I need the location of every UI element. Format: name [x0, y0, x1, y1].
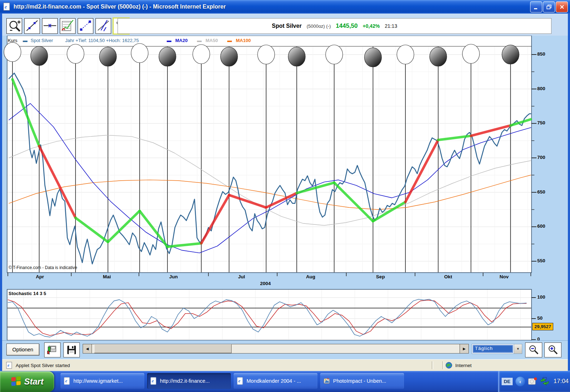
taskbar-clock: 17:04	[554, 378, 569, 385]
stochastic-axis-label: 100	[537, 294, 545, 300]
start-button[interactable]: Start	[0, 371, 54, 392]
y-axis-label: 550	[537, 258, 545, 263]
legend-series-name: Spot Silver	[31, 38, 53, 43]
stochastic-value-badge: 29,9527	[532, 323, 553, 330]
magnifier-minus-icon	[528, 344, 539, 356]
erase-line-tool-icon	[96, 19, 111, 33]
price-change-percent: +0,42%	[363, 23, 380, 29]
trendline-tool-button[interactable]	[24, 18, 40, 34]
taskbar-button-4[interactable]: PhotoImpact - Unben...	[320, 373, 404, 389]
chart-toolbar: Spot Silver (5000oz) (-) 1445,50 +0,42% …	[2, 14, 568, 36]
dropdown-arrow-button[interactable]: ▼	[514, 344, 522, 354]
svg-text:e: e	[65, 378, 67, 383]
month-label-nov: Nov	[499, 274, 509, 279]
indicator-tool-icon	[60, 19, 75, 33]
instrument-name: Spot Silver	[272, 23, 302, 29]
legend-year-range: Jahr +Tief: 1104,50 +Hoch: 1622,75	[65, 38, 139, 43]
zoom-tool-button[interactable]	[6, 18, 22, 34]
month-label-sep: Sep	[376, 274, 385, 279]
indicator-tool-button[interactable]	[60, 18, 76, 34]
scrollbar-track[interactable]	[92, 344, 460, 354]
y-axis-label: 600	[537, 223, 545, 229]
close-button[interactable]	[556, 1, 568, 12]
window-title: http://md2.it-finance.com - Spot Silver …	[14, 4, 226, 10]
ie-window: e http://md2.it-finance.com - Spot Silve…	[0, 0, 570, 392]
title-bar[interactable]: e http://md2.it-finance.com - Spot Silve…	[0, 0, 570, 14]
svg-text:e: e	[7, 363, 10, 368]
tray-update-icon[interactable]	[528, 377, 537, 386]
legend-kurs-label: Kurs	[8, 38, 17, 43]
timeframe-dropdown[interactable]: Täglich ▼	[472, 344, 522, 354]
trendline-tool-icon	[25, 19, 40, 33]
ie-icon: e	[150, 377, 157, 385]
quote-time: 21:13	[385, 23, 397, 29]
floppy-disk-icon	[67, 345, 77, 355]
taskbar-button-label: PhotoImpact - Unben...	[333, 378, 386, 384]
status-bar: e Applet Spot Silver started Internet	[2, 359, 568, 371]
minimize-button[interactable]	[530, 1, 542, 12]
legend-ma100-label: MA100	[236, 38, 251, 43]
scroll-left-arrow[interactable]: ◀	[83, 344, 92, 354]
status-separator	[442, 361, 444, 369]
save-chart-button[interactable]	[44, 342, 61, 357]
measure-tool-icon	[78, 19, 93, 33]
ie-icon: e	[63, 377, 71, 385]
options-button-label: Optionen	[12, 347, 33, 352]
legend-ma50-swatch: ▬	[197, 38, 202, 43]
hide-icons-chevron[interactable]: ‹	[515, 377, 525, 386]
erase-line-tool-button[interactable]	[95, 18, 111, 34]
magnifier-plus-icon	[547, 344, 559, 356]
time-scrollbar: ◀ ▶	[83, 344, 469, 354]
stochastic-axis-label: 50	[537, 315, 543, 321]
scrollbar-thumb[interactable]	[94, 344, 232, 353]
month-label-aug: Aug	[306, 274, 315, 279]
security-zone-label: Internet	[455, 363, 472, 368]
status-separator	[432, 361, 433, 369]
svg-text:e: e	[5, 4, 7, 10]
month-label-jul: Jul	[238, 274, 245, 279]
window-frame-right	[568, 14, 570, 371]
taskbar-button-1[interactable]: ehttp://www.igmarket...	[61, 373, 144, 389]
system-tray: DE ‹ 17:04	[498, 371, 570, 392]
year-label: 2004	[260, 281, 271, 286]
security-zone-pane: Internet	[445, 362, 472, 369]
tray-network-icon[interactable]	[539, 377, 550, 386]
month-label-okt: Okt	[444, 274, 452, 279]
ie-icon: e	[237, 377, 244, 385]
zoom-out-button[interactable]	[525, 342, 542, 357]
photoimpact-icon	[323, 377, 330, 385]
globe-icon	[445, 362, 452, 369]
taskbar-button-3[interactable]: eMondkalender 2004 - ...	[234, 373, 317, 389]
month-label-jun: Jun	[169, 274, 178, 279]
y-axis-label: 750	[537, 120, 545, 125]
taskbar-button-2[interactable]: ehttp://md2.it-finance...	[147, 373, 231, 389]
quote-bar: Spot Silver (5000oz) (-) 1445,50 +0,42% …	[118, 18, 551, 34]
hline-tool-button[interactable]	[42, 18, 58, 34]
y-axis-label: 850	[537, 51, 545, 57]
taskbar: Start ehttp://www.igmarket...ehttp://md2…	[0, 371, 570, 392]
save-image-button[interactable]	[63, 342, 80, 357]
taskbar-button-label: http://www.igmarket...	[73, 378, 123, 384]
measure-tool-button[interactable]	[78, 18, 93, 34]
svg-text:e: e	[238, 378, 240, 383]
ie-document-icon: e	[3, 2, 11, 11]
scroll-right-arrow[interactable]: ▶	[460, 344, 469, 354]
zoom-in-button[interactable]	[544, 342, 561, 357]
options-button[interactable]: Optionen	[6, 344, 39, 355]
contract-label: (5000oz) (-)	[307, 24, 331, 29]
zoom-tool-icon	[7, 19, 22, 33]
chart-canvas[interactable]	[2, 36, 568, 359]
timeframe-selected-value: Täglich	[473, 345, 513, 353]
candlestick-save-icon	[47, 345, 58, 355]
stochastic-label: Stochastic 14 3 5	[9, 291, 46, 296]
month-label-apr: Apr	[36, 274, 44, 279]
y-axis-label: 650	[537, 189, 545, 195]
month-label-mai: Mai	[103, 274, 111, 279]
start-button-label: Start	[24, 377, 44, 387]
language-indicator[interactable]: DE	[502, 378, 513, 385]
legend-price-swatch: ▬	[23, 38, 27, 43]
restore-button[interactable]	[543, 1, 555, 12]
y-axis-label: 700	[537, 155, 545, 160]
legend-ma100-swatch: ▬	[227, 38, 232, 43]
y-axis-label: 800	[537, 86, 545, 91]
